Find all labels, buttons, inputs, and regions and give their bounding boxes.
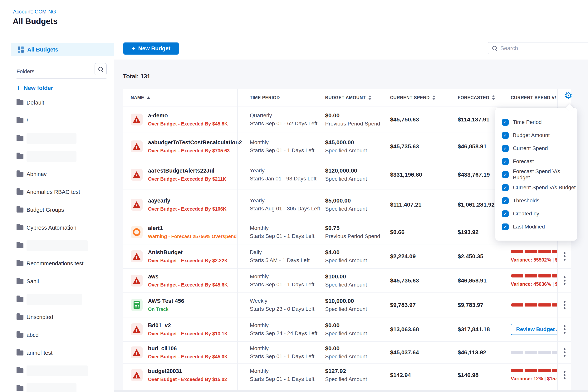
row-actions-kebab-icon[interactable] <box>560 369 569 381</box>
checkbox-checked-icon[interactable]: ✓ <box>502 224 509 230</box>
forecasted-cell: $146.98 <box>458 372 478 378</box>
budget-name[interactable]: bud_cli106 <box>148 345 228 352</box>
checkbox-checked-icon[interactable]: ✓ <box>502 145 509 152</box>
period-type: Yearly <box>250 166 316 175</box>
spend-vs-budget-cell: Variance: 55502% | $2.22 <box>511 250 557 263</box>
period-detail: Starts Sep 01 - 1 Days Left <box>250 375 314 383</box>
budget-name[interactable]: Bd01_v2 <box>148 322 228 328</box>
column-menu-item[interactable]: ✓ Budget Amount <box>502 129 577 142</box>
budgets-grid-icon <box>18 46 24 53</box>
budget-amount-cell: $10,000.00 Specified Amount <box>325 298 367 312</box>
sidebar-folder-item[interactable]: Cypress Automation <box>0 219 114 237</box>
sidebar-folder-item[interactable] <box>0 380 114 392</box>
account-breadcrumb[interactable]: Account: CCM-NG <box>13 9 56 15</box>
sidebar-folder-item[interactable]: ! <box>0 112 114 130</box>
budget-name[interactable]: a-demo <box>148 112 228 119</box>
sidebar-folder-item[interactable] <box>0 148 114 165</box>
folders-search-button[interactable] <box>94 63 107 75</box>
budget-name[interactable]: aabudgetToTestCostRecalculation2 <box>148 139 242 146</box>
table-row[interactable]: aws Over Budget - Exceeded By $45.6K Mon… <box>123 269 571 293</box>
sidebar-folder-item[interactable]: Budget Groups <box>0 201 114 219</box>
sort-icon <box>492 95 495 100</box>
budget-status-tile <box>131 250 142 262</box>
budget-status-tile <box>131 274 142 286</box>
sidebar-folder-item[interactable] <box>0 130 114 148</box>
period-type: Weekly <box>250 297 314 305</box>
column-menu-item[interactable]: ✓ Current Spend V/s Budget <box>502 181 577 194</box>
forecasted-cell: $2,450.35 <box>458 253 483 260</box>
table-row[interactable]: AWS Test 456 On Track Weekly Starts Sep … <box>123 293 571 318</box>
row-actions-kebab-icon[interactable] <box>560 299 569 311</box>
column-header[interactable]: BUDGET AMOUNT <box>325 89 372 106</box>
search-icon <box>98 67 103 72</box>
budget-name[interactable]: AnishBudget <box>148 249 228 256</box>
budget-name[interactable]: alert1 <box>148 225 237 231</box>
variance-text: Variance: 45636% | $45.6 <box>511 281 557 287</box>
column-header-label: CURRENT SPEND <box>390 95 430 100</box>
period-type: Monthly <box>250 344 314 352</box>
review-budget-amount-button[interactable]: Review Budget Amou <box>511 324 557 335</box>
checkbox-checked-icon[interactable]: ✓ <box>502 210 509 217</box>
column-menu-item[interactable]: ✓ Forecast Spend V/s Budget <box>502 168 577 181</box>
sidebar-folder-item[interactable]: Default <box>0 94 114 112</box>
sidebar-folder-item[interactable]: Sahil <box>0 272 114 290</box>
spend-vs-budget-cell <box>511 351 557 354</box>
search-input[interactable] <box>500 45 583 52</box>
checkbox-checked-icon[interactable]: ✓ <box>502 171 509 178</box>
new-budget-button[interactable]: + New Budget <box>123 42 179 54</box>
budget-name[interactable]: aaTestBudgetAlerts22Jul <box>148 168 226 174</box>
forecasted-cell: $9,783.97 <box>458 302 483 308</box>
budget-amount-cell: $127.92 Specified Amount <box>325 368 367 382</box>
time-period-cell: Yearly Starts Jan 01 - 93 Days Left <box>250 166 316 183</box>
column-menu-item[interactable]: ✓ Last Modified <box>502 220 577 233</box>
time-period-cell: Monthly Starts Sep 01 - 1 Days Left <box>250 224 314 240</box>
table-row[interactable]: Bd01_v2 Over Budget - Exceeded By $13.1K… <box>123 318 571 342</box>
current-spend-cell: $45,037.64 <box>390 349 419 356</box>
column-menu-item[interactable]: ✓ Thresholds <box>502 194 577 207</box>
sidebar-folder-item[interactable]: abcd <box>0 326 114 344</box>
checkbox-checked-icon[interactable]: ✓ <box>502 184 509 191</box>
table-row[interactable]: AnishBudget Over Budget - Exceeded By $2… <box>123 244 571 269</box>
new-folder-label: New folder <box>24 85 53 91</box>
sidebar-folder-item[interactable]: Anomalies RBAC test <box>0 183 114 201</box>
sidebar-folder-item[interactable] <box>0 237 114 254</box>
column-settings-gear-icon[interactable]: ⚙ <box>564 91 572 100</box>
budget-name[interactable]: aayearly <box>148 198 226 204</box>
budget-name[interactable]: budget20031 <box>148 368 227 374</box>
sidebar-folder-item[interactable] <box>0 290 114 308</box>
budget-name[interactable]: AWS Test 456 <box>148 298 184 304</box>
sidebar-folder-item[interactable]: Abhinav <box>0 165 114 183</box>
checkbox-checked-icon[interactable]: ✓ <box>502 119 509 126</box>
row-actions-kebab-icon[interactable] <box>560 324 569 335</box>
plus-icon: + <box>132 45 136 52</box>
column-menu-item[interactable]: ✓ Forecast <box>502 155 577 168</box>
budget-name[interactable]: aws <box>148 274 228 280</box>
column-menu-label: Forecast <box>513 158 534 164</box>
row-actions-kebab-icon[interactable] <box>560 275 569 286</box>
sidebar-folder-item[interactable]: anmol-test <box>0 344 114 362</box>
row-actions-kebab-icon[interactable] <box>560 250 569 262</box>
budget-amount-cell: $4.00 Specified Amount <box>325 249 367 264</box>
column-header[interactable]: CURRENT SPEND <box>390 89 436 106</box>
table-row[interactable]: budget20031 Over Budget - Exceeded By $1… <box>123 364 571 387</box>
budget-status-text: Warning - Forecast 25756% Overspend <box>148 234 237 239</box>
checkbox-checked-icon[interactable]: ✓ <box>502 158 509 165</box>
column-menu-item[interactable]: ✓ Created by <box>502 207 577 220</box>
sidebar-folder-item[interactable] <box>0 362 114 380</box>
checkbox-checked-icon[interactable]: ✓ <box>502 132 509 139</box>
sidebar: All Budgets Folders + New folder Default… <box>0 34 114 392</box>
column-header[interactable]: FORECASTED <box>458 89 495 106</box>
checkbox-checked-icon[interactable]: ✓ <box>502 197 509 204</box>
bottom-scroll-strip[interactable] <box>114 390 588 392</box>
new-folder-button[interactable]: + New folder <box>16 84 53 92</box>
sidebar-folder-item[interactable]: Unscripted <box>0 308 114 326</box>
column-header[interactable]: NAME <box>131 89 150 106</box>
column-menu-item[interactable]: ✓ Time Period <box>502 116 577 129</box>
sidebar-folder-item[interactable]: Recommendations test <box>0 254 114 272</box>
table-row[interactable]: bud_cli106 Over Budget - Exceeded By $45… <box>123 342 571 364</box>
name-cell: aws Over Budget - Exceeded By $45.6K <box>148 274 228 288</box>
folder-icon <box>16 243 24 248</box>
row-actions-kebab-icon[interactable] <box>560 347 569 358</box>
column-menu-item[interactable]: ✓ Current Spend <box>502 142 577 155</box>
sidebar-item-all-budgets[interactable]: All Budgets <box>11 43 114 56</box>
